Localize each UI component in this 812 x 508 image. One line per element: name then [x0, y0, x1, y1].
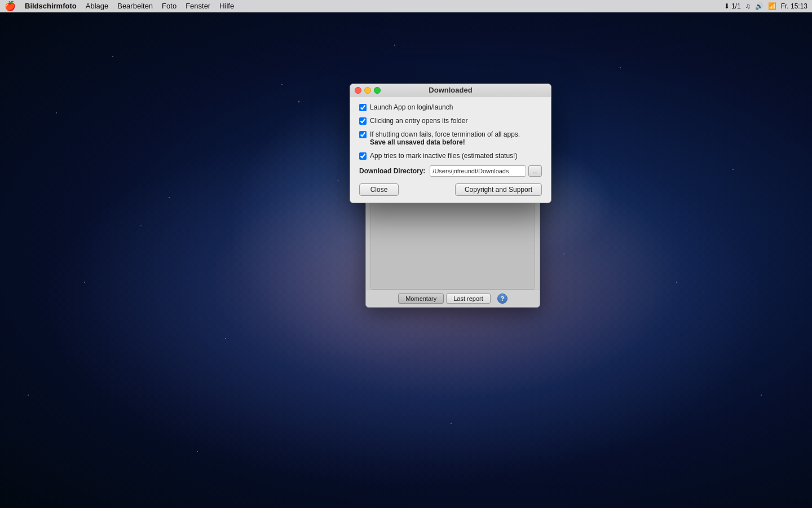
checkbox-row-1: Launch App on login/launch	[359, 103, 542, 111]
minimize-traffic-light[interactable]	[364, 87, 371, 94]
copyright-button[interactable]: Copyright and Support	[455, 183, 542, 196]
close-traffic-light[interactable]	[355, 87, 361, 94]
checkbox-row-3: If shutting down fails, force terminatio…	[359, 130, 542, 146]
apple-menu[interactable]: 🍎	[5, 1, 16, 11]
menubar-wifi-icon: 📶	[768, 2, 776, 10]
settings-dialog: Downloaded Launch App on login/launch Cl…	[350, 84, 551, 203]
browse-button[interactable]: …	[528, 165, 542, 177]
checkbox-inactive-files-label: App tries to mark inactive files (estima…	[370, 152, 517, 160]
dialog-buttons: Close Copyright and Support	[359, 183, 542, 196]
checkbox-inactive-files[interactable]	[359, 152, 367, 160]
momentary-button[interactable]: Momentary	[398, 294, 444, 304]
checkbox-force-terminate-label: If shutting down fails, force terminatio…	[370, 130, 520, 138]
checkbox-launch-app[interactable]	[359, 104, 367, 111]
checkbox-force-terminate-bold: Save all unsaved data before!	[370, 138, 520, 146]
menu-fenster[interactable]: Fenster	[186, 2, 210, 10]
traffic-lights	[355, 87, 381, 94]
window-footer: Momentary Last report ?	[366, 290, 540, 307]
desktop: 🍎 Bildschirmfoto Ablage Bearbeiten Foto …	[0, 0, 812, 508]
checkbox-open-folder-label: Clicking an entry opens its folder	[370, 117, 467, 125]
checkbox-force-terminate-text: If shutting down fails, force terminatio…	[370, 130, 520, 146]
last-report-button[interactable]: Last report	[446, 294, 491, 304]
menubar-audio-icon: 🔊	[755, 2, 764, 10]
maximize-traffic-light[interactable]	[374, 87, 381, 94]
checkbox-row-4: App tries to mark inactive files (estima…	[359, 152, 542, 160]
dialog-titlebar: Downloaded	[350, 84, 551, 97]
menu-bearbeiten[interactable]: Bearbeiten	[117, 2, 153, 10]
menubar-music-icon: ♫	[745, 2, 751, 10]
checkbox-open-folder[interactable]	[359, 117, 367, 125]
checkbox-force-terminate[interactable]	[359, 131, 367, 138]
download-dir-label: Download Directory:	[359, 167, 425, 175]
app-name[interactable]: Bildschirmfoto	[25, 2, 77, 10]
dialog-title: Downloaded	[429, 86, 472, 94]
menu-ablage[interactable]: Ablage	[86, 2, 108, 10]
checkbox-launch-app-label: Launch App on login/launch	[370, 103, 453, 111]
menubar-time: Fr. 15:13	[781, 2, 807, 10]
menu-hilfe[interactable]: Hilfe	[219, 2, 234, 10]
download-dir-input[interactable]	[430, 165, 526, 177]
checkbox-row-2: Clicking an entry opens its folder	[359, 117, 542, 125]
help-button[interactable]: ?	[497, 294, 508, 304]
dialog-body: Launch App on login/launch Clicking an e…	[350, 97, 551, 203]
menubar: 🍎 Bildschirmfoto Ablage Bearbeiten Foto …	[0, 0, 812, 12]
menubar-page-count: ⬇ 1/1	[724, 2, 741, 10]
close-button[interactable]: Close	[359, 183, 399, 196]
download-dir-row: Download Directory: …	[359, 165, 542, 177]
menu-foto[interactable]: Foto	[162, 2, 176, 10]
